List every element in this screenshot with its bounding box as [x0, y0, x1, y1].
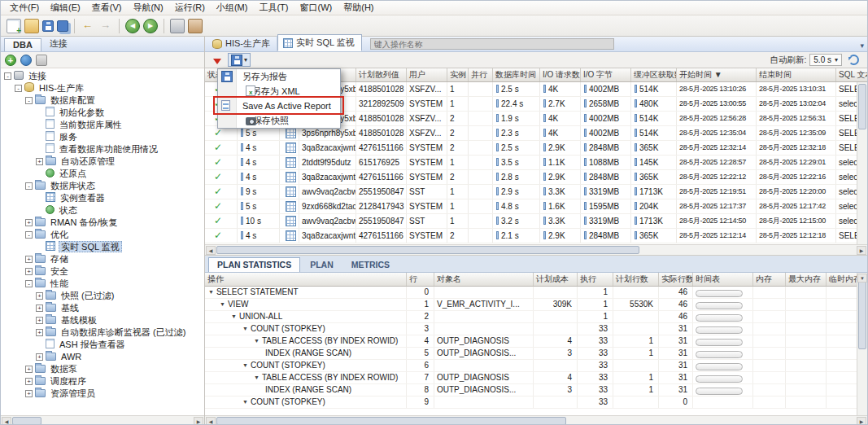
tree-item[interactable]: +RMAN 备份/恢复	[1, 217, 204, 229]
report-grid-icon[interactable]	[286, 142, 296, 153]
tree-expander-icon[interactable]: +	[25, 390, 33, 397]
tree-item[interactable]: 状态	[1, 204, 204, 217]
forward-icon[interactable]	[143, 19, 158, 33]
scroll-right-icon[interactable]: ▶	[857, 246, 866, 255]
menu-file[interactable]: 文件(F)	[4, 1, 45, 15]
monitor-row[interactable]: ✓4 s3qa8zacaxjwnt4276151166SYSTEM22.8 s2…	[205, 170, 867, 185]
tree-expander-icon[interactable]: +	[36, 305, 43, 312]
back-icon[interactable]	[125, 19, 140, 33]
tree-item[interactable]: +快照 (已过滤)	[1, 290, 204, 302]
report-grid-icon[interactable]	[286, 157, 296, 168]
tree-expander-icon[interactable]: +	[25, 366, 33, 373]
tab-his-production-db[interactable]: HIS-生产库	[207, 36, 277, 51]
col-actual_rows[interactable]: 实际行数	[659, 273, 693, 286]
tree-expander-icon[interactable]: -	[15, 85, 22, 92]
expand-caret-icon[interactable]: ▼	[254, 338, 260, 344]
menu-help[interactable]: 帮助(H)	[338, 1, 379, 15]
scroll-left-icon[interactable]: ◀	[206, 246, 216, 255]
col-user[interactable]: 用户	[407, 68, 447, 81]
save-icon[interactable]	[42, 20, 54, 32]
col-parallel[interactable]: 并行	[469, 68, 493, 81]
col-instance[interactable]: 实例	[447, 68, 469, 81]
expand-caret-icon[interactable]: ▼	[242, 326, 248, 331]
report-grid-icon[interactable]	[286, 230, 296, 241]
tree-item[interactable]: 实例查看器	[1, 192, 204, 204]
panel-tab-dba[interactable]: DBA	[4, 38, 41, 51]
tree-expander-icon[interactable]: +	[36, 158, 43, 165]
tree-expander-icon[interactable]: -	[4, 72, 11, 80]
tree-item[interactable]: 实时 SQL 监视	[1, 241, 204, 253]
col-line[interactable]: 行	[407, 273, 434, 286]
menu-team[interactable]: 小组(M)	[211, 1, 254, 15]
menu-run[interactable]: 运行(R)	[169, 1, 211, 15]
tree-expander-icon[interactable]: +	[36, 317, 43, 324]
menu-view[interactable]: 查看(V)	[86, 1, 128, 15]
tree-expander-icon[interactable]: +	[25, 256, 33, 263]
col-io_requests[interactable]: I/O 请求数	[540, 68, 581, 81]
scroll-right-icon[interactable]: ▶	[857, 417, 866, 425]
tree-item[interactable]: +数据泵	[1, 363, 204, 375]
tree-expander-icon[interactable]: +	[36, 329, 43, 336]
tree-expander-icon[interactable]: +	[25, 219, 33, 226]
tree-item[interactable]: +自动还原管理	[1, 156, 204, 168]
open-folder-icon[interactable]	[24, 19, 39, 33]
tree-item[interactable]: -数据库状态	[1, 180, 204, 192]
tree-item[interactable]: +存储	[1, 253, 204, 265]
expand-caret-icon[interactable]: ▼	[242, 362, 248, 368]
col-object_name[interactable]: 对象名	[434, 273, 534, 286]
tree-expander-icon[interactable]: +	[36, 353, 43, 361]
sql-worksheet-icon[interactable]	[188, 19, 203, 33]
refresh-interval-select[interactable]: 5.0 s ▾	[809, 54, 842, 66]
tree-item[interactable]: +安全	[1, 265, 204, 278]
expand-caret-icon[interactable]: ▼	[254, 375, 260, 380]
tree-item[interactable]: -连接	[1, 70, 204, 82]
tree-item[interactable]: ASH 报告查看器	[1, 339, 204, 351]
scroll-left-icon[interactable]: ◀	[206, 417, 216, 425]
menu-navigate[interactable]: 导航(N)	[127, 1, 168, 15]
report-grid-icon[interactable]	[286, 216, 296, 226]
plan-row[interactable]: INDEX (RANGE SCAN)5OUTP_DIAGNOSIS...3331…	[205, 348, 867, 360]
redo-icon[interactable]	[98, 19, 113, 33]
refresh-icon[interactable]	[848, 55, 859, 65]
tree-item[interactable]: 服务	[1, 131, 204, 143]
col-est_cost[interactable]: 计划成本	[534, 273, 578, 286]
menu-edit[interactable]: 编辑(E)	[45, 1, 86, 15]
report-grid-icon[interactable]	[286, 128, 296, 138]
plan-tab-metrics[interactable]: METRICS	[343, 258, 398, 272]
tree-item[interactable]: 查看数据库功能使用情况	[1, 143, 204, 156]
tree-expander-icon[interactable]: +	[36, 292, 43, 300]
monitor-row[interactable]: ✓4 s3qa8zacaxjwnt4276151166SYSTEM22.5 s2…	[205, 141, 867, 156]
red-arrow-button[interactable]	[210, 53, 225, 67]
plan-vscrollbar[interactable]: ▼	[857, 273, 867, 415]
monitor-row[interactable]: ✓4 s2tddt9f95dutz615176925SYSTEM13.5 s1.…	[205, 156, 867, 170]
scrollbar-thumb[interactable]	[216, 417, 566, 425]
scrollbar-thumb[interactable]	[858, 274, 866, 349]
plan-row[interactable]: ▼SELECT STATEMENT0146	[205, 287, 867, 299]
expand-caret-icon[interactable]: ▼	[208, 289, 214, 295]
plan-row[interactable]: ▼VIEW1V_EMR_ACTIVITY_I...309K15530K46	[205, 299, 867, 311]
tab-realtime-sql-monitor[interactable]: 实时 SQL 监视	[277, 34, 362, 51]
action-filter-input[interactable]	[370, 38, 614, 50]
tree-item[interactable]: -优化	[1, 229, 204, 241]
scroll-down-icon[interactable]: ▼	[857, 274, 867, 283]
report-grid-icon[interactable]	[286, 201, 296, 212]
col-operation[interactable]: 操作	[205, 273, 407, 286]
tree-expander-icon[interactable]: -	[25, 182, 33, 190]
save-all-icon[interactable]	[57, 20, 68, 32]
plan-row[interactable]: ▼TABLE ACCESS (BY INDEX ROWID)4OUTP_DIAG…	[205, 335, 867, 348]
monitor-row[interactable]: ✓10 sawv9vaq2acbws2551950847SST13.2 s3.3…	[205, 214, 867, 229]
expand-caret-icon[interactable]: ▼	[231, 313, 237, 319]
tree-item[interactable]: -性能	[1, 278, 204, 290]
plan-hscrollbar[interactable]: ◀ ▶	[205, 415, 867, 425]
tree-item[interactable]: 当前数据库属性	[1, 119, 204, 131]
expand-caret-icon[interactable]: ▼	[242, 399, 248, 405]
new-file-icon[interactable]	[7, 19, 21, 33]
tree-item[interactable]: +调度程序	[1, 375, 204, 388]
col-est_rows[interactable]: 计划行数	[613, 273, 659, 286]
tree-item[interactable]: +资源管理员	[1, 388, 204, 400]
monitor-row[interactable]: ✓4 s3qa8zacaxjwnt4276151166SYSTEM22.1 s2…	[205, 229, 867, 243]
tree-item[interactable]: -数据库配置	[1, 94, 204, 107]
plan-row[interactable]: ▼UNION-ALL2146	[205, 311, 867, 323]
plan-row[interactable]: ▼COUNT (STOPKEY)9330	[205, 397, 867, 409]
tree-item[interactable]: +AWR	[1, 351, 204, 363]
